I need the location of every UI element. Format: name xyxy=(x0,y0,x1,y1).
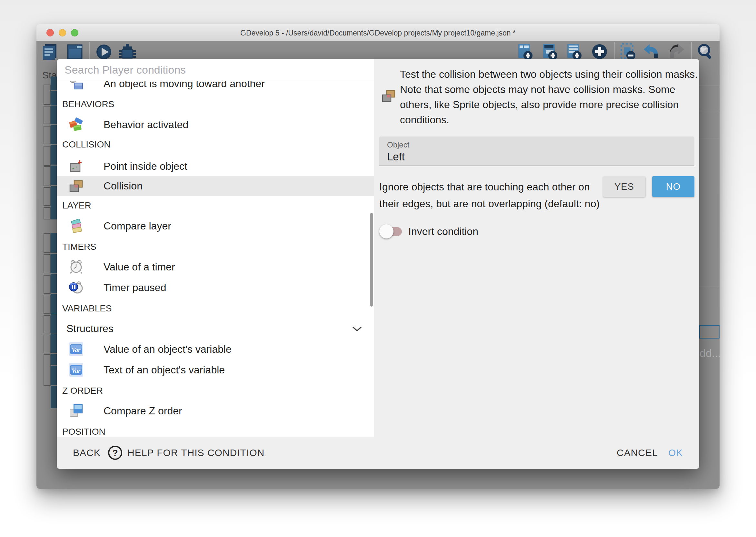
event-block xyxy=(51,105,57,124)
event-block xyxy=(51,366,57,385)
point-inside-icon: ++ xyxy=(69,159,83,173)
event-outline xyxy=(44,207,51,220)
window-title: GDevelop 5 - /Users/david/Documents/GDev… xyxy=(36,29,720,37)
event-outline xyxy=(44,233,51,253)
list-item[interactable]: Var Text of an object's variable xyxy=(57,360,374,380)
event-block xyxy=(51,274,57,293)
invert-condition-label: Invert condition xyxy=(408,223,478,240)
ok-button[interactable]: OK xyxy=(668,436,683,469)
event-outline xyxy=(44,315,51,333)
condition-label: Text of an object's variable xyxy=(103,360,225,380)
category-header: TIMERS xyxy=(57,236,374,257)
event-block xyxy=(51,76,57,90)
undo-icon[interactable] xyxy=(642,43,661,61)
object-field[interactable]: Object Left xyxy=(379,137,695,166)
list-item[interactable]: Behavior activated xyxy=(57,114,374,135)
category-label: LAYER xyxy=(62,195,91,216)
list-item[interactable]: Compare layer xyxy=(57,216,374,236)
toolbar-search-icon[interactable] xyxy=(696,43,715,61)
list-item[interactable]: Value of a timer xyxy=(57,257,374,277)
event-block xyxy=(51,186,57,220)
partial-add-text: dd... xyxy=(699,347,720,359)
zorder-icon xyxy=(69,404,83,418)
event-outline xyxy=(44,166,51,186)
event-outline xyxy=(44,187,51,206)
category-label: TIMERS xyxy=(62,236,96,257)
event-block xyxy=(51,354,57,365)
list-item[interactable]: Var Value of an object's variable xyxy=(57,339,374,359)
redo-icon[interactable] xyxy=(667,43,685,61)
play-icon[interactable] xyxy=(94,43,113,61)
ignore-line: their edges, but are not overlapping (de… xyxy=(379,195,592,212)
help-button[interactable]: HELP FOR THIS CONDITION xyxy=(128,436,264,469)
invert-toggle-knob[interactable] xyxy=(379,224,394,238)
help-icon[interactable]: ? xyxy=(108,446,122,460)
back-button[interactable]: BACK xyxy=(73,436,101,469)
condition-label: Value of an object's variable xyxy=(103,339,232,359)
collision-icon xyxy=(382,89,396,103)
event-block xyxy=(51,386,57,408)
search-bar xyxy=(57,59,374,80)
project-manager-icon[interactable] xyxy=(41,43,60,61)
list-item[interactable]: Compare Z order xyxy=(57,401,374,421)
list-item[interactable]: Timer paused xyxy=(57,277,374,298)
list-item-selected[interactable]: Collision xyxy=(57,176,374,196)
event-outline xyxy=(44,254,51,273)
var-icon: Var xyxy=(69,342,83,356)
title-bar: GDevelop 5 - /Users/david/Documents/GDev… xyxy=(36,24,720,41)
event-outline xyxy=(44,295,51,314)
condition-label: Timer paused xyxy=(103,277,166,298)
group-label: Structures xyxy=(66,318,114,339)
category-header: LAYER xyxy=(57,195,374,216)
ignore-line: Ignore objects that are touching each ot… xyxy=(379,179,592,195)
row-separator xyxy=(699,138,720,139)
event-block xyxy=(51,145,57,165)
list-item[interactable]: An object is moving toward another xyxy=(57,81,374,94)
search-input[interactable] xyxy=(64,62,355,78)
behavior-icon xyxy=(69,117,83,132)
category-header: BEHAVIORS xyxy=(57,94,374,114)
debug-icon[interactable] xyxy=(118,43,137,61)
event-block xyxy=(51,314,57,333)
event-block xyxy=(51,166,57,185)
category-header: VARIABLES xyxy=(57,298,374,318)
conditions-list: An object is moving toward another BEHAV… xyxy=(57,81,374,436)
add-comment-icon[interactable] xyxy=(565,43,584,61)
category-label: POSITION xyxy=(62,422,105,436)
ignore-edges-label: Ignore objects that are touching each ot… xyxy=(379,179,592,212)
object-field-value: Left xyxy=(387,151,405,163)
timer-paused-icon xyxy=(69,280,83,295)
object-field-label: Object xyxy=(387,141,409,149)
delete-event-icon[interactable] xyxy=(619,43,637,61)
row-separator xyxy=(699,111,720,111)
description-line: Test the collision between two objects u… xyxy=(400,67,695,82)
event-block xyxy=(51,333,57,353)
no-button[interactable]: NO xyxy=(652,176,695,197)
list-scrollbar[interactable] xyxy=(370,213,373,307)
add-event-icon[interactable] xyxy=(516,43,534,61)
event-outline xyxy=(44,126,51,144)
add-circle-icon[interactable] xyxy=(590,43,609,61)
event-block xyxy=(51,125,57,144)
svg-text:Var: Var xyxy=(72,367,81,374)
event-outline xyxy=(44,354,51,386)
selected-event-outline xyxy=(699,325,720,339)
event-outline xyxy=(44,106,51,124)
cancel-button[interactable]: CANCEL xyxy=(617,436,658,469)
row-separator xyxy=(699,287,720,287)
category-label: Z ORDER xyxy=(62,381,103,401)
description-line: conditions. xyxy=(400,112,695,128)
list-item[interactable]: ++ Point inside object xyxy=(57,156,374,177)
yes-button[interactable]: YES xyxy=(603,176,645,197)
category-label: VARIABLES xyxy=(62,298,112,318)
event-outline xyxy=(44,335,51,353)
condition-label: Compare Z order xyxy=(103,401,182,421)
moving-toward-icon xyxy=(69,81,83,91)
dialog-footer: BACK ? HELP FOR THIS CONDITION CANCEL OK xyxy=(57,436,699,469)
add-subevent-icon[interactable] xyxy=(541,43,559,61)
condition-label: Compare layer xyxy=(103,216,171,236)
group-row-structures[interactable]: Structures xyxy=(57,318,374,339)
svg-text:Var: Var xyxy=(72,347,81,353)
scene-editor-icon[interactable] xyxy=(65,43,84,61)
category-label: BEHAVIORS xyxy=(62,94,114,114)
